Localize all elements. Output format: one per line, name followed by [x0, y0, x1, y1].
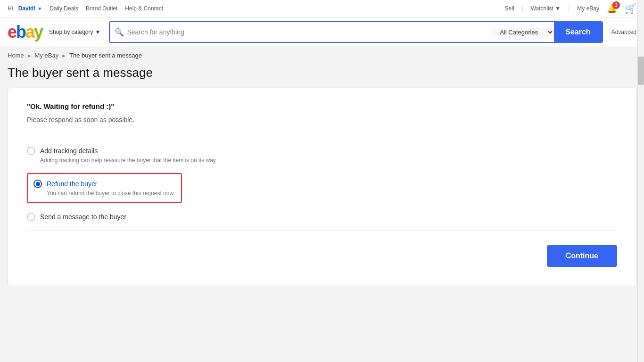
shop-by-category[interactable]: Shop by category ▼ — [49, 29, 100, 35]
daily-deals-link[interactable]: Daily Deals — [50, 5, 78, 12]
top-bar: Hi David! ▼ Daily Deals Brand Outlet Hel… — [0, 0, 644, 17]
logo-a: a — [25, 22, 34, 41]
top-bar-right: Sell | Watchlist ▼ | My eBay 🔔 3 🛒 — [505, 3, 636, 14]
scrollbar-track[interactable] — [637, 0, 644, 296]
search-bar: 🔍 All Categories Search — [109, 21, 603, 43]
bottom-divider — [27, 230, 617, 231]
breadcrumb-arrow2: ► — [61, 53, 66, 58]
option-refund-row: Refund the buyer — [33, 180, 173, 188]
radio-refund[interactable] — [33, 180, 42, 188]
sell-link[interactable]: Sell — [505, 5, 514, 12]
option-tracking: Add tracking details Adding tracking can… — [27, 147, 617, 164]
search-icon: 🔍 — [115, 28, 124, 37]
breadcrumb-home[interactable]: Home — [8, 52, 24, 59]
option-tracking-desc: Adding tracking can help reassure the bu… — [40, 157, 617, 164]
cart-icon[interactable]: 🛒 — [625, 3, 636, 14]
separator2: | — [568, 5, 570, 12]
option-message-row: Send a message to the buyer — [27, 213, 617, 221]
scrollbar-thumb[interactable] — [638, 57, 644, 85]
option-refund-label[interactable]: Refund the buyer — [47, 180, 97, 188]
radio-tracking[interactable] — [27, 147, 35, 155]
advanced-search-link[interactable]: Advanced — [611, 29, 636, 35]
shop-by-label: Shop by category — [49, 29, 93, 35]
option-refund-box: Refund the buyer You can refund the buye… — [27, 173, 182, 203]
option-message: Send a message to the buyer — [27, 213, 617, 221]
hi-user: Hi David! ▼ — [8, 5, 42, 12]
top-bar-left: Hi David! ▼ Daily Deals Brand Outlet Hel… — [8, 5, 163, 12]
notification-badge: 3 — [612, 1, 620, 9]
main-content: "Ok. Waiting for refund :)" Please respo… — [8, 88, 636, 286]
brand-outlet-link[interactable]: Brand Outlet — [86, 5, 117, 12]
watchlist-label: Watchlist — [531, 5, 553, 12]
categories-select[interactable]: All Categories — [493, 28, 554, 36]
continue-btn-wrapper: Continue — [27, 245, 617, 267]
continue-button[interactable]: Continue — [547, 245, 617, 267]
search-input[interactable] — [127, 28, 488, 36]
breadcrumb-my-ebay[interactable]: My eBay — [35, 52, 59, 59]
watchlist-link[interactable]: Watchlist ▼ — [531, 5, 561, 12]
message-quote: "Ok. Waiting for refund :)" — [27, 102, 617, 110]
page-title: The buyer sent a message — [0, 64, 644, 88]
logo-e: e — [8, 22, 16, 41]
user-dropdown-arrow[interactable]: ▼ — [37, 6, 42, 11]
greeting-text: Hi — [8, 5, 13, 12]
header: ebay Shop by category ▼ 🔍 All Categories… — [0, 17, 644, 47]
shop-by-arrow: ▼ — [95, 29, 101, 35]
my-ebay-link[interactable]: My eBay — [577, 5, 599, 12]
watchlist-arrow[interactable]: ▼ — [555, 5, 561, 12]
separator1: | — [522, 5, 523, 12]
username-link[interactable]: David! — [18, 5, 36, 12]
ebay-logo[interactable]: ebay — [8, 24, 42, 41]
search-input-wrapper: 🔍 — [110, 28, 493, 37]
breadcrumb: Home ► My eBay ► The buyer sent a messag… — [0, 47, 644, 64]
option-message-label[interactable]: Send a message to the buyer — [40, 213, 126, 221]
help-contact-link[interactable]: Help & Contact — [125, 5, 163, 12]
breadcrumb-arrow1: ► — [27, 53, 32, 58]
radio-message[interactable] — [27, 213, 35, 221]
notification-wrapper[interactable]: 🔔 3 — [607, 3, 617, 14]
logo-b: b — [16, 22, 25, 41]
option-tracking-row: Add tracking details — [27, 147, 617, 155]
breadcrumb-current: The buyer sent a message — [69, 52, 142, 59]
logo-y: y — [34, 22, 42, 41]
top-divider — [27, 135, 617, 135]
option-refund-desc: You can refund the buyer to close this r… — [47, 190, 173, 197]
logo-text: ebay — [8, 24, 42, 41]
message-subtext: Please respond as soon as possible. — [27, 116, 617, 123]
search-button[interactable]: Search — [554, 22, 602, 42]
option-tracking-label[interactable]: Add tracking details — [40, 147, 98, 155]
